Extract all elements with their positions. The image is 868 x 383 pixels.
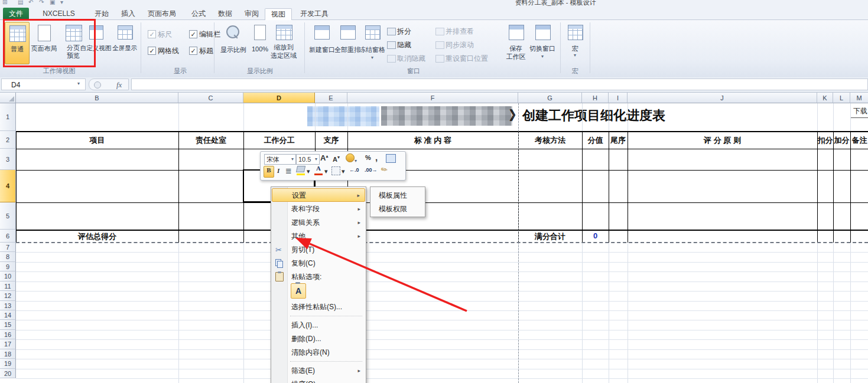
cell-h6-zero[interactable]: 0 — [582, 231, 609, 240]
row-header-15[interactable]: 15 — [0, 320, 16, 330]
freeze-panes-button[interactable]: 冻结窗格 ▾ — [360, 22, 385, 63]
row-header-19[interactable]: 19 — [0, 359, 16, 369]
accounting-format-button[interactable]: ▾ — [346, 153, 357, 163]
tab-8[interactable]: 开发工具 — [295, 8, 333, 19]
row-header-12[interactable]: 12 — [0, 291, 16, 301]
row-header-9[interactable]: 9 — [0, 262, 16, 271]
zoom-to-selection-button[interactable]: 缩放到 选定区域 — [271, 22, 297, 63]
hide-button[interactable]: 隐藏 — [397, 40, 411, 50]
freeze-panes-dropdown-icon[interactable]: ▾ — [360, 55, 385, 60]
headings-checkbox[interactable]: ✓ — [189, 47, 197, 55]
menu-item-14[interactable]: 筛选(E)▸ — [272, 364, 365, 377]
cell-b6-summary[interactable]: 评估总得分 — [16, 231, 178, 242]
cell-g6-total[interactable]: 满分合计 — [518, 231, 582, 242]
column-header-L[interactable]: L — [833, 93, 850, 103]
column-header-E[interactable]: E — [315, 93, 347, 103]
bold-button[interactable]: B — [264, 166, 274, 178]
borders-dropdown-icon[interactable]: ▾ — [342, 168, 345, 175]
menu-item-1[interactable]: 表和字段▸ — [272, 202, 365, 215]
header-cell-0[interactable]: 项目 — [16, 135, 178, 146]
row-header-2[interactable]: 2 — [0, 131, 16, 149]
row-header-10[interactable]: 10 — [0, 271, 16, 281]
zoom-button[interactable]: 显示比例 — [217, 22, 249, 63]
select-all-corner[interactable] — [0, 93, 16, 103]
column-header-F[interactable]: F — [347, 93, 518, 103]
column-header-C[interactable]: C — [178, 93, 243, 103]
menu-item-15[interactable]: 排序(O)▸ — [272, 377, 365, 383]
row-header-8[interactable]: 8 — [0, 252, 16, 262]
row-header-11[interactable]: 11 — [0, 281, 16, 291]
header-cell-8[interactable]: 评 分 原 则 — [628, 135, 817, 146]
formula-input[interactable] — [131, 78, 868, 90]
row-header-3[interactable]: 3 — [0, 149, 16, 170]
header-cell-3[interactable]: 支序 — [315, 135, 347, 146]
submenu-item-0[interactable]: 模板属性 — [372, 189, 424, 202]
switch-windows-button[interactable]: 切换窗口 ▾ — [529, 22, 555, 63]
grow-font-button[interactable]: A▴ — [320, 153, 328, 162]
column-header-D[interactable]: D — [243, 93, 315, 103]
fill-color-dropdown-icon[interactable]: ▾ — [307, 168, 310, 175]
header-cell-1[interactable]: 责任处室 — [178, 135, 243, 146]
font-name-select[interactable]: 宋体▾ — [264, 154, 296, 165]
format-painter-icon[interactable]: ✎ — [379, 164, 390, 175]
merge-center-button[interactable] — [386, 154, 396, 164]
new-window-button[interactable]: 新建窗口 — [309, 22, 335, 63]
print-preview-icon[interactable]: ▣ — [50, 0, 55, 5]
arrange-all-button[interactable]: 全部重排 — [335, 22, 360, 63]
undo-icon[interactable]: ↶ — [28, 0, 33, 5]
menu-item-11[interactable]: 删除(D)... — [272, 332, 365, 345]
column-header-K[interactable]: K — [817, 93, 833, 103]
column-header-M[interactable]: M — [850, 93, 868, 103]
tab-2[interactable]: 插入 — [116, 8, 140, 19]
formula-bar-checkbox[interactable]: ✓ — [189, 30, 197, 38]
name-box-dropdown-icon[interactable]: ▾ — [77, 81, 80, 86]
tab-6[interactable]: 审阅 — [240, 8, 264, 19]
row-header-5[interactable]: 5 — [0, 202, 16, 230]
row-header-14[interactable]: 14 — [0, 310, 16, 320]
column-header-J[interactable]: J — [628, 93, 817, 103]
tab-0[interactable]: NXCELLS — [37, 8, 81, 19]
column-header-G[interactable]: G — [518, 93, 582, 103]
menu-item-0[interactable]: 设置▸ — [272, 188, 365, 202]
column-header-B[interactable]: B — [16, 93, 178, 103]
full-screen-button[interactable]: 全屏显示 — [111, 22, 138, 63]
macros-button[interactable]: 宏 ▾ — [564, 22, 586, 63]
fill-color-button[interactable] — [296, 166, 305, 175]
tab-3[interactable]: 页面布局 — [144, 8, 180, 19]
tab-file[interactable]: 文件 — [3, 8, 29, 19]
borders-button[interactable] — [331, 166, 340, 176]
gridlines-checkbox[interactable]: ✓ — [148, 47, 156, 55]
header-cell-4[interactable]: 标 准 内 容 — [347, 135, 518, 146]
row-header-20[interactable]: 20 — [0, 369, 16, 378]
row-header-4[interactable]: 4 — [0, 170, 16, 202]
tab-4[interactable]: 公式 — [187, 8, 210, 19]
center-button[interactable]: ≣ — [285, 166, 292, 175]
header-cell-11[interactable]: 备注 — [850, 135, 868, 146]
row-header-17[interactable]: 17 — [0, 339, 16, 349]
qat-dropdown-icon[interactable]: ▾ — [60, 0, 63, 5]
fx-icon[interactable]: fx — [116, 80, 122, 90]
tab-7[interactable]: 视图 — [265, 8, 292, 20]
comma-style-button[interactable]: , — [375, 152, 378, 162]
macros-dropdown-icon[interactable]: ▾ — [564, 53, 586, 58]
header-cell-7[interactable]: 尾序 — [609, 135, 628, 146]
percent-style-button[interactable]: % — [365, 154, 371, 161]
save-icon[interactable]: ▤ — [18, 0, 23, 5]
row-header-13[interactable]: 13 — [0, 301, 16, 310]
font-size-select[interactable]: 10.5▾ — [296, 154, 320, 165]
column-header-I[interactable]: I — [609, 93, 628, 103]
header-cell-5[interactable]: 考核方法 — [518, 135, 582, 146]
header-cell-2[interactable]: 工作分工 — [243, 135, 315, 146]
increase-decimal-button[interactable]: ←.0 — [349, 167, 359, 173]
redo-icon[interactable]: ↷ — [39, 0, 44, 5]
header-cell-10[interactable]: 加分 — [833, 135, 850, 146]
font-color-button[interactable]: A — [314, 165, 323, 175]
submenu-item-1[interactable]: 模板权限 — [372, 202, 424, 216]
row-header-7[interactable]: 7 — [0, 243, 16, 252]
row-header-18[interactable]: 18 — [0, 349, 16, 359]
switch-windows-dropdown-icon[interactable]: ▾ — [529, 54, 555, 59]
ruler-checkbox[interactable]: ✓ — [148, 30, 156, 38]
menu-item-2[interactable]: 逻辑关系▸ — [272, 215, 365, 229]
download-link[interactable]: 下载 — [853, 106, 867, 116]
zoom-100-button[interactable]: 100% — [251, 22, 269, 63]
